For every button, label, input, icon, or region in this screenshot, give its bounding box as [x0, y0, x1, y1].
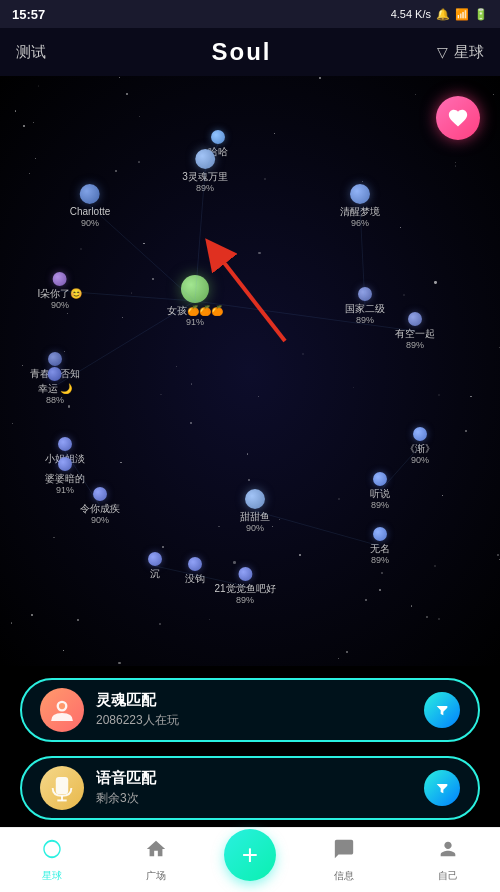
planet-pct-n13: 90% [91, 515, 109, 525]
planet-label-n14: 《渐》 [405, 443, 435, 455]
planet-pct-n4: 96% [351, 218, 369, 228]
planet-label-n17: 甜甜鱼 [240, 511, 270, 523]
planet-circle-n4 [350, 184, 370, 204]
planet-circle-n15 [373, 472, 387, 486]
planet-n14[interactable]: 《渐》90% [405, 427, 435, 465]
planet-circle-n13 [93, 487, 107, 501]
planet-pct-n15: 89% [371, 500, 389, 510]
match-area: 灵魂匹配 2086223人在玩 语音匹配 剩余3次 [0, 666, 500, 832]
voice-match-filter[interactable] [424, 770, 460, 806]
planet-n3[interactable]: Charlotte90% [70, 184, 111, 228]
planet-circle-n19 [188, 557, 202, 571]
planet-n17[interactable]: 甜甜鱼90% [240, 489, 270, 533]
planet-pct-n16: 89% [371, 555, 389, 565]
planet-pct-n3: 90% [81, 218, 99, 228]
planet-circle-n16 [373, 527, 387, 541]
add-button[interactable]: + [224, 829, 276, 881]
plaza-icon [145, 838, 167, 866]
add-icon: + [242, 841, 258, 869]
heart-button[interactable] [436, 96, 480, 140]
nav-item-center[interactable]: + [208, 829, 291, 891]
message-label: 信息 [334, 869, 354, 883]
planet-label-n19: 没钩 [185, 573, 205, 585]
planet-label-n10: 幸运 🌙 [38, 383, 73, 395]
status-icons: 4.54 K/s 🔔 📶 🔋 [391, 8, 488, 21]
plaza-label: 广场 [146, 869, 166, 883]
planet-circle-n2 [195, 149, 215, 169]
soul-match-filter[interactable] [424, 692, 460, 728]
filter-icon [434, 702, 450, 718]
message-icon [333, 838, 355, 866]
planet-pct-n10: 88% [46, 395, 64, 405]
voice-match-avatar [40, 766, 84, 810]
planet-label-n20: 21觉觉鱼吧好 [214, 583, 275, 595]
bottom-nav: 星球 广场 + 信息 自己 [0, 827, 500, 892]
voice-match-button[interactable]: 语音匹配 剩余3次 [20, 756, 480, 820]
planet-circle-n9 [48, 352, 62, 366]
planet-circle-n5 [53, 272, 67, 286]
svg-line-1 [215, 251, 285, 341]
planet-label-n6: 女孩🍊🍊🍊 [167, 305, 223, 317]
planet-circle-n8 [408, 312, 422, 326]
planet-pct-n5: 90% [51, 300, 69, 310]
planet-label-n12: 婆婆暗的 [45, 473, 85, 485]
nav-right-label[interactable]: 星球 [454, 43, 484, 62]
voice-match-title: 语音匹配 [96, 769, 412, 788]
planet-pct-n6: 91% [186, 317, 204, 327]
nav-item-plaza[interactable]: 广场 [104, 838, 208, 883]
planet-n4[interactable]: 清醒梦境96% [340, 184, 380, 228]
planet-circle-n10 [48, 367, 62, 381]
voice-match-sub: 剩余3次 [96, 790, 412, 807]
soul-avatar-icon [48, 696, 76, 724]
planet-n5[interactable]: I朵你了😊90% [38, 272, 83, 310]
soul-match-title: 灵魂匹配 [96, 691, 412, 710]
self-label: 自己 [438, 869, 458, 883]
planet-circle-n20 [238, 567, 252, 581]
voice-avatar-icon [48, 774, 76, 802]
planet-n10[interactable]: 幸运 🌙88% [38, 367, 73, 405]
status-bar: 15:57 4.54 K/s 🔔 📶 🔋 [0, 0, 500, 28]
signal-icon: 🔔 [436, 8, 450, 21]
soul-match-avatar [40, 688, 84, 732]
planet-n6[interactable]: 女孩🍊🍊🍊91% [167, 275, 223, 327]
planet-label-n15: 听说 [370, 488, 390, 500]
filter-icon2 [434, 780, 450, 796]
planet-n12[interactable]: 婆婆暗的91% [45, 457, 85, 495]
planet-pct-n20: 89% [236, 595, 254, 605]
planet-n8[interactable]: 有空一起89% [395, 312, 435, 350]
planet-pct-n12: 91% [56, 485, 74, 495]
planet-n18[interactable]: 沉 [148, 552, 162, 580]
planet-label-n2: 3灵魂万里 [182, 171, 228, 183]
soul-match-info: 灵魂匹配 2086223人在玩 [96, 691, 412, 729]
network-speed: 4.54 K/s [391, 8, 431, 20]
planet-n13[interactable]: 令你成疾90% [80, 487, 120, 525]
planet-label-n13: 令你成疾 [80, 503, 120, 515]
planet-circle-n14 [413, 427, 427, 441]
filter-icon[interactable]: ▽ [437, 44, 448, 60]
planet-label-n18: 沉 [150, 568, 160, 580]
nav-item-message[interactable]: 信息 [292, 838, 396, 883]
planet-label-n3: Charlotte [70, 206, 111, 218]
planet-n15[interactable]: 听说89% [370, 472, 390, 510]
planet-n16[interactable]: 无名89% [370, 527, 390, 565]
app-title: Soul [212, 38, 272, 66]
star-label: 星球 [42, 869, 62, 883]
planet-n7[interactable]: 国家二级89% [345, 287, 385, 325]
planet-n20[interactable]: 21觉觉鱼吧好89% [214, 567, 275, 605]
planet-pct-n2: 89% [196, 183, 214, 193]
planet-label-n4: 清醒梦境 [340, 206, 380, 218]
battery-icon: 🔋 [474, 8, 488, 21]
planet-pct-n8: 89% [406, 340, 424, 350]
planet-n19[interactable]: 没钩 [185, 557, 205, 585]
nav-item-star[interactable]: 星球 [0, 838, 104, 883]
nav-left-label[interactable]: 测试 [16, 43, 46, 62]
voice-match-info: 语音匹配 剩余3次 [96, 769, 412, 807]
planet-n2[interactable]: 3灵魂万里89% [182, 149, 228, 193]
svg-rect-4 [56, 777, 68, 794]
nav-item-self[interactable]: 自己 [396, 838, 500, 883]
wifi-icon: 📶 [455, 8, 469, 21]
svg-point-3 [59, 703, 65, 709]
soul-match-button[interactable]: 灵魂匹配 2086223人在玩 [20, 678, 480, 742]
planet-circle-n18 [148, 552, 162, 566]
planet-circle-n3 [80, 184, 100, 204]
